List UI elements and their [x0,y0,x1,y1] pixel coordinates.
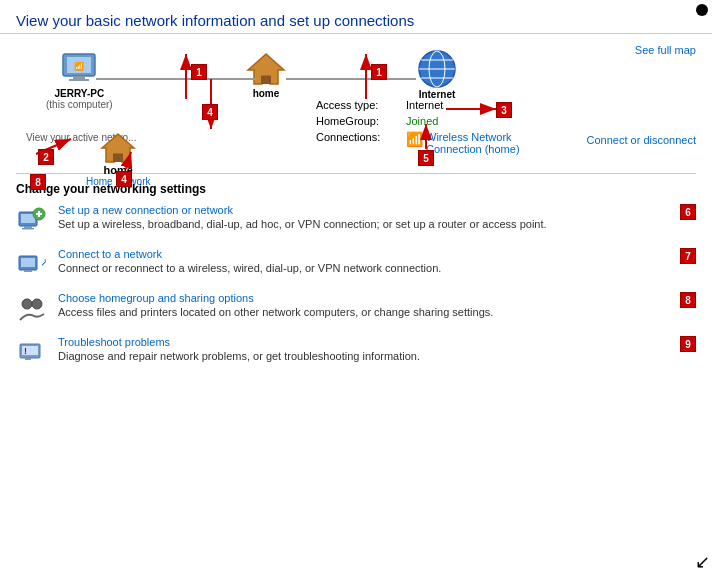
signal-bars-icon: 📶 [406,131,423,147]
svg-text:📶: 📶 [74,61,84,71]
homegroup-icon [16,292,48,324]
setting-text-new-connection: Set up a new connection or network Set u… [58,204,676,231]
annotation-4b: 4 [116,171,132,187]
svg-rect-2 [73,76,85,79]
annotation-3: 3 [496,102,512,118]
svg-rect-6 [113,154,123,162]
svg-rect-3 [69,79,89,81]
computer-icon: 📶 [59,52,99,88]
computer-sublabel: (this computer) [46,99,113,110]
connect-disconnect-link[interactable]: Connect or disconnect [587,134,696,146]
access-type-value: Internet [406,99,443,111]
svg-point-36 [32,299,42,309]
new-connection-link[interactable]: Set up a new connection or network [58,204,676,216]
svg-rect-32 [21,258,35,267]
annotation-6: 6 [680,204,696,220]
svg-text:!: ! [24,346,27,356]
content-area: See full map 📶 JERRY-PC (this computer) … [0,34,712,390]
computer-label: JERRY-PC [55,88,105,99]
router-node: home [246,52,286,99]
homegroup-label: HomeGroup: [316,115,406,127]
access-type-label: Access type: [316,99,406,111]
setting-text-connect: Connect to a network Connect or reconnec… [58,248,676,275]
internet-node: Internet [416,49,458,100]
setting-item-troubleshoot: ! Troubleshoot problems Diagnose and rep… [16,336,696,368]
svg-rect-8 [261,76,271,84]
access-type-row: Access type: Internet [316,99,556,111]
connect-link[interactable]: Connect to a network [58,248,676,260]
svg-rect-39 [25,358,31,360]
setting-item-new-connection: Set up a new connection or network Set u… [16,204,696,236]
setting-item-connect: ↗ Connect to a network Connect or reconn… [16,248,696,280]
troubleshoot-link[interactable]: Troubleshoot problems [58,336,676,348]
annotation-7: 7 [680,248,696,264]
annotation-9: 9 [680,336,696,352]
troubleshoot-desc: Diagnose and repair network problems, or… [58,350,420,362]
new-connection-desc: Set up a wireless, broadband, dial-up, a… [58,218,547,230]
see-full-map-link[interactable]: See full map [635,44,696,56]
connect-icon: ↗ [16,248,48,280]
close-dot [696,4,708,16]
new-connection-icon [16,204,48,236]
network-info-panel: Access type: Internet HomeGroup: Joined … [316,99,556,159]
annotation-8a: 8 [30,174,46,190]
svg-rect-33 [24,270,32,272]
homegroup-value: Joined [406,115,438,127]
connections-value[interactable]: Wireless Network Connection (home) [426,131,556,155]
annotation-1b: 1 [371,64,387,80]
setting-text-troubleshoot: Troubleshoot problems Diagnose and repai… [58,336,676,363]
svg-rect-26 [24,226,32,228]
settings-section: Change your networking settings Set [16,174,696,368]
house-icon [100,132,136,164]
homegroup-link[interactable]: Choose homegroup and sharing options [58,292,676,304]
router-icon [246,52,286,88]
annotation-8b: 8 [680,292,696,308]
annotation-1: 1 [191,64,207,80]
network-diagram: See full map 📶 JERRY-PC (this computer) … [16,44,696,174]
annotation-4a: 4 [202,104,218,120]
main-window: View your basic network information and … [0,0,712,575]
homegroup-desc: Access files and printers located on oth… [58,306,493,318]
router-label: home [253,88,280,99]
setting-item-homegroup: Choose homegroup and sharing options Acc… [16,292,696,324]
connect-desc: Connect or reconnect to a wireless, wire… [58,262,441,274]
annotation-2: 2 [38,149,54,165]
svg-point-35 [22,299,32,309]
homegroup-row: HomeGroup: Joined [316,115,556,127]
annotation-5: 5 [418,150,434,166]
cursor-indicator: ↙ [695,551,710,573]
page-title: View your basic network information and … [16,12,696,29]
connections-row: Connections: 📶 Wireless Network Connecti… [316,131,556,155]
svg-rect-27 [22,228,34,230]
title-bar: View your basic network information and … [0,0,712,34]
computer-node: 📶 JERRY-PC (this computer) [46,52,113,110]
svg-text:↗: ↗ [40,256,46,268]
troubleshoot-icon: ! [16,336,48,368]
setting-text-homegroup: Choose homegroup and sharing options Acc… [58,292,676,319]
internet-icon [416,49,458,89]
connections-label: Connections: [316,131,406,143]
